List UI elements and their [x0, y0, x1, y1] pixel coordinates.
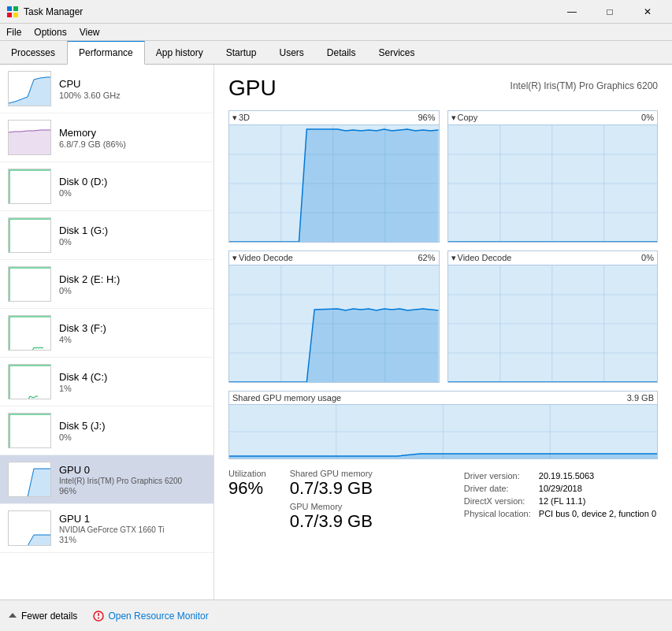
gpu-memory-value: 0.7/3.9 GB: [290, 511, 373, 532]
menu-bar: File Options View: [0, 24, 672, 41]
disk4-info: Disk 4 (C:) 1%: [59, 371, 206, 393]
chart-3d-area: [229, 125, 439, 242]
chart-vd1: Video Decode 62%: [228, 251, 440, 383]
sidebar-item-gpu0[interactable]: GPU 0 Intel(R) Iris(TM) Pro Graphics 620…: [0, 455, 213, 504]
fewer-details-button[interactable]: Fewer details: [8, 611, 77, 622]
sidebar-item-disk5[interactable]: Disk 5 (J:) 0%: [0, 406, 213, 455]
mem-mini-graph: [8, 120, 51, 155]
svg-rect-0: [7, 6, 12, 11]
tab-app-history[interactable]: App history: [145, 41, 215, 64]
disk5-name: Disk 5 (J:): [59, 420, 206, 432]
disk1-mini-graph: [8, 217, 51, 253]
driver-date-value: 10/29/2018: [539, 483, 656, 494]
directx-value: 12 (FL 11.1): [539, 496, 656, 507]
close-button[interactable]: ✕: [629, 0, 666, 24]
gpu0-detail2: Intel(R) Iris(TM) Pro Graphics 6200: [59, 477, 206, 485]
sidebar-item-disk4[interactable]: Disk 4 (C:) 1%: [0, 358, 213, 406]
driver-version-label: Driver version:: [464, 470, 537, 481]
shared-memory-title: Shared GPU memory usage: [232, 393, 341, 403]
tab-performance[interactable]: Performance: [67, 41, 145, 65]
menu-options[interactable]: Options: [28, 25, 72, 39]
disk3-detail: 4%: [59, 335, 206, 344]
gpu-header: GPU Intel(R) Iris(TM) Pro Graphics 6200: [228, 76, 658, 101]
tab-details[interactable]: Details: [316, 41, 368, 64]
stats-row: Utilization 96% Shared GPU memory 0.7/3.…: [228, 469, 658, 532]
disk5-info: Disk 5 (J:) 0%: [59, 420, 206, 442]
chart-copy-percent: 0%: [641, 113, 654, 123]
svg-point-63: [98, 617, 99, 618]
menu-view[interactable]: View: [73, 25, 106, 39]
info-row-directx: DirectX version: 12 (FL 11.1): [464, 496, 656, 507]
shared-memory-chart: Shared GPU memory usage 3.9 GB: [228, 391, 658, 459]
svg-rect-12: [9, 267, 51, 302]
chart-vd2-title: Video Decode: [451, 253, 512, 263]
resource-monitor-icon: [93, 611, 104, 622]
driver-version-value: 20.19.15.5063: [539, 470, 656, 481]
utilization-value: 96%: [228, 478, 266, 499]
title-bar: Task Manager — □ ✕: [0, 0, 672, 24]
info-row-driver-version: Driver version: 20.19.15.5063: [464, 470, 656, 481]
sidebar-item-memory[interactable]: Memory 6.8/7.9 GB (86%): [0, 113, 213, 162]
memory-info: Memory 6.8/7.9 GB (86%): [59, 127, 206, 149]
main-area: CPU 100% 3.60 GHz Memory 6.8/7.9 GB (86%…: [0, 65, 672, 599]
tab-bar: Processes Performance App history Startu…: [0, 41, 672, 65]
disk3-mini-graph: [8, 315, 51, 351]
cpu-info: CPU 100% 3.60 GHz: [59, 78, 206, 100]
chart-vd2-percent: 0%: [641, 253, 654, 263]
chart-copy-title: Copy: [451, 113, 478, 123]
driver-date-label: Driver date:: [464, 483, 537, 494]
chevron-up-icon: [8, 611, 17, 621]
disk0-info: Disk 0 (D:) 0%: [59, 176, 206, 198]
chart-copy-area: [448, 125, 658, 242]
sidebar-item-disk2[interactable]: Disk 2 (E: H:) 0%: [0, 260, 213, 309]
gpu-memory-label: GPU Memory: [290, 502, 373, 511]
fewer-details-label: Fewer details: [21, 611, 77, 622]
chart-vd1-label: Video Decode 62%: [229, 251, 439, 265]
sidebar-item-disk1[interactable]: Disk 1 (G:) 0%: [0, 211, 213, 260]
info-table: Driver version: 20.19.15.5063 Driver dat…: [462, 469, 658, 521]
menu-file[interactable]: File: [0, 25, 28, 39]
disk2-name: Disk 2 (E: H:): [59, 273, 206, 285]
sidebar-item-cpu[interactable]: CPU 100% 3.60 GHz: [0, 65, 213, 113]
svg-marker-60: [9, 613, 17, 618]
cpu-mini-graph: [8, 71, 51, 106]
minimize-button[interactable]: —: [554, 0, 590, 24]
tab-processes[interactable]: Processes: [0, 41, 67, 64]
directx-label: DirectX version:: [464, 496, 537, 507]
info-row-physical-location: Physical location: PCI bus 0, device 2, …: [464, 508, 656, 519]
gpu-memory-block: GPU Memory 0.7/3.9 GB: [290, 502, 373, 532]
open-resource-monitor-button[interactable]: Open Resource Monitor: [93, 611, 208, 622]
gpu1-name: GPU 1: [59, 513, 206, 525]
gpu-model: Intel(R) Iris(TM) Pro Graphics 6200: [510, 80, 658, 91]
physical-location-label: Physical location:: [464, 508, 537, 519]
shared-gpu-value: 0.7/3.9 GB: [290, 478, 373, 499]
disk4-detail: 1%: [59, 384, 206, 393]
cpu-name: CPU: [59, 78, 206, 90]
shared-memory-label: Shared GPU memory usage 3.9 GB: [229, 392, 657, 405]
disk0-name: Disk 0 (D:): [59, 176, 206, 187]
maximize-button[interactable]: □: [592, 0, 628, 24]
sidebar-item-disk0[interactable]: Disk 0 (D:) 0%: [0, 162, 213, 211]
svg-marker-7: [9, 130, 51, 155]
svg-rect-14: [9, 316, 51, 351]
disk5-mini-graph: [8, 413, 51, 448]
chart-3d-percent: 96%: [418, 113, 435, 123]
tab-startup[interactable]: Startup: [215, 41, 269, 64]
stats-right: Driver version: 20.19.15.5063 Driver dat…: [462, 469, 658, 532]
sidebar-item-gpu1[interactable]: GPU 1 NVIDIA GeForce GTX 1660 Ti 31%: [0, 504, 213, 553]
sidebar-item-disk3[interactable]: Disk 3 (F:) 4%: [0, 309, 213, 358]
disk3-name: Disk 3 (F:): [59, 322, 206, 334]
stat-shared-gpu: Shared GPU memory 0.7/3.9 GB GPU Memory …: [290, 469, 373, 532]
disk2-info: Disk 2 (E: H:) 0%: [59, 273, 206, 295]
tab-users[interactable]: Users: [268, 41, 315, 64]
gpu0-mini-graph: [8, 462, 51, 497]
shared-memory-area: [229, 405, 657, 458]
chart-3d: 3D 96%: [228, 110, 440, 243]
chart-vd1-percent: 62%: [418, 253, 435, 263]
tab-services[interactable]: Services: [368, 41, 427, 64]
chart-vd2-label: Video Decode 0%: [448, 251, 658, 265]
gpu1-detail: 31%: [59, 535, 206, 544]
disk2-detail: 0%: [59, 286, 206, 295]
gpu0-info: GPU 0 Intel(R) Iris(TM) Pro Graphics 620…: [59, 464, 206, 496]
disk3-info: Disk 3 (F:) 4%: [59, 322, 206, 344]
